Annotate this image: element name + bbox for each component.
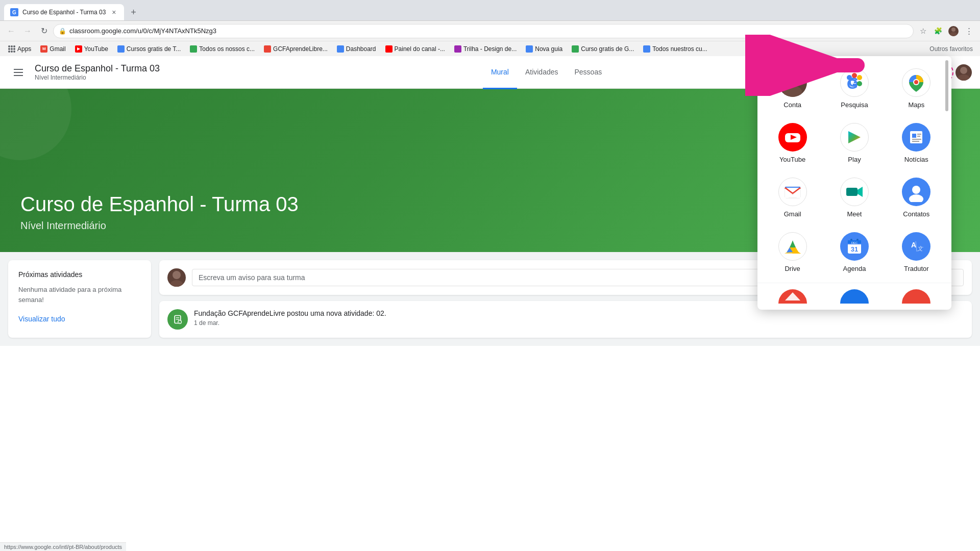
- bookmark-gcf[interactable]: GCFAprendeLibre...: [260, 44, 332, 54]
- post-icon: ✓: [167, 309, 188, 330]
- gmail-icon: [778, 178, 807, 206]
- app-item-conta[interactable]: Conta: [762, 60, 823, 115]
- tab-close-button[interactable]: ×: [110, 8, 118, 16]
- address-bar[interactable]: 🔒 classroom.google.com/u/0/c/MjY4NTAxNTk…: [53, 24, 914, 38]
- meet-label: Meet: [847, 210, 862, 218]
- app-item-contatos[interactable]: Contatos: [886, 169, 947, 224]
- app-item-maps[interactable]: Maps: [886, 60, 947, 115]
- header-navigation: Mural Atividades Pessoas: [483, 56, 610, 89]
- agenda-icon: 31 DEC: [840, 232, 869, 261]
- app-item-gmail[interactable]: Gmail: [762, 169, 823, 224]
- reload-button[interactable]: ↻: [37, 24, 51, 38]
- noticias-icon: [902, 123, 930, 152]
- lock-icon: 🔒: [59, 28, 66, 35]
- svg-point-16: [783, 86, 802, 97]
- svg-text:DEC: DEC: [851, 241, 858, 244]
- svg-point-15: [787, 72, 799, 85]
- more-options-button[interactable]: ⋮: [962, 24, 976, 38]
- forward-button[interactable]: →: [20, 24, 35, 38]
- nav-pessoas[interactable]: Pessoas: [567, 57, 610, 89]
- apps-grid: Conta G G Pesq: [757, 56, 951, 283]
- post-time: 1 de mar.: [194, 319, 964, 327]
- youtube-bookmark-label: YouTube: [84, 45, 108, 53]
- partial-icon-1: [778, 289, 807, 304]
- bookmark-apps[interactable]: Apps: [4, 44, 35, 54]
- browser-extension-button[interactable]: 🧩: [931, 24, 945, 38]
- drive-icon: [778, 232, 807, 261]
- post-content: Fundação GCFAprendeLivre postou uma nova…: [194, 309, 964, 330]
- bookmark-curso-g[interactable]: Curso gratis de G...: [568, 44, 638, 54]
- app-item-agenda[interactable]: 31 DEC Agenda: [823, 224, 885, 279]
- svg-rect-4: [14, 75, 23, 76]
- post-avatar: [167, 268, 186, 287]
- url-text: classroom.google.com/u/0/c/MjY4NTAxNTk5N…: [69, 27, 908, 35]
- app-item-youtube[interactable]: YouTube: [762, 115, 823, 169]
- svg-rect-29: [912, 134, 916, 138]
- dropdown-scrollbar[interactable]: [945, 56, 949, 310]
- app-item-meet[interactable]: Meet: [823, 169, 885, 224]
- drive-label: Drive: [785, 265, 800, 272]
- bookmark-nova[interactable]: Nova guia: [522, 44, 567, 54]
- bookmark-trilha[interactable]: Trilha - Design de...: [450, 44, 521, 54]
- activities-empty-text: Nenhuma atividade para a próxima semana!: [18, 285, 141, 305]
- todos2-bookmark-label: Todos nuestros cu...: [652, 45, 707, 53]
- gmail-bookmark-label: Gmail: [50, 45, 65, 53]
- app-item-partial-1[interactable]: [762, 283, 823, 308]
- pesquisa-label: Pesquisa: [841, 101, 868, 109]
- nova-bookmark-label: Nova guia: [535, 45, 562, 53]
- app-item-drive[interactable]: Drive: [762, 224, 823, 279]
- tab-favicon: G: [10, 8, 18, 16]
- noticias-label: Notícias: [904, 156, 928, 163]
- app-item-noticias[interactable]: Notícias: [886, 115, 947, 169]
- app-item-play[interactable]: Play: [823, 115, 885, 169]
- pesquisa-icon: G G: [840, 68, 869, 97]
- gcf-bookmark-label: GCFAprendeLibre...: [273, 45, 328, 53]
- user-avatar[interactable]: [955, 64, 972, 81]
- gmail-label: Gmail: [784, 210, 801, 218]
- svg-point-5: [960, 67, 967, 74]
- svg-point-25: [914, 80, 918, 84]
- bookmark-gmail[interactable]: M Gmail: [36, 44, 69, 54]
- svg-point-8: [170, 280, 183, 287]
- svg-text:31: 31: [851, 245, 858, 253]
- app-item-pesquisa[interactable]: G G Pesquisa: [823, 60, 885, 115]
- svg-text:G: G: [847, 76, 858, 92]
- svg-point-39: [909, 194, 923, 202]
- course-title: Curso de Espanhol - Turma 03: [35, 63, 160, 74]
- bookmark-youtube[interactable]: ▶ YouTube: [71, 44, 112, 54]
- bookmark-dashboard[interactable]: Dashboard: [333, 44, 380, 54]
- painel-bookmark-icon: [385, 45, 393, 53]
- trilha-bookmark-label: Trilha - Design de...: [463, 45, 517, 53]
- dashboard-bookmark-label: Dashboard: [346, 45, 376, 53]
- bookmark-star-button[interactable]: ☆: [916, 24, 930, 38]
- bookmark-todos[interactable]: Todos os nossos c...: [186, 44, 259, 54]
- others-favorites-button[interactable]: Outros favoritos: [926, 44, 976, 54]
- bookmark-cursos[interactable]: Cursos gratis de T...: [113, 44, 185, 54]
- back-button[interactable]: ←: [4, 24, 18, 38]
- bookmark-todos2[interactable]: Todos nuestros cu...: [639, 44, 711, 54]
- play-icon: [840, 123, 869, 152]
- bookmark-painel[interactable]: Painel do canal -...: [381, 44, 449, 54]
- svg-point-6: [958, 74, 970, 81]
- nav-atividades[interactable]: Atividades: [517, 57, 567, 89]
- contatos-icon: [902, 178, 930, 206]
- todos-bookmark-icon: [190, 45, 197, 53]
- meet-icon: [840, 178, 869, 206]
- hamburger-menu-button[interactable]: [8, 62, 29, 83]
- cursos-bookmark-label: Cursos gratis de T...: [127, 45, 181, 53]
- browser-tab[interactable]: G Curso de Espanhol - Turma 03 ×: [4, 4, 124, 20]
- view-all-button[interactable]: Visualizar tudo: [18, 315, 141, 323]
- profile-button[interactable]: [946, 24, 961, 38]
- svg-point-7: [173, 271, 181, 279]
- curso-g-bookmark-label: Curso gratis de G...: [581, 45, 634, 53]
- post-input-placeholder: Escreva um aviso para sua turma: [199, 273, 305, 282]
- app-item-partial-3[interactable]: [886, 283, 947, 308]
- apps-dropdown: Conta G G Pesq: [757, 56, 951, 310]
- app-item-tradutor[interactable]: A 文 Tradutor: [886, 224, 947, 279]
- app-item-partial-2[interactable]: [823, 283, 885, 308]
- apps-bookmark-label: Apps: [17, 45, 31, 53]
- curso-g-bookmark-icon: [572, 45, 579, 53]
- nav-mural[interactable]: Mural: [483, 57, 517, 89]
- apps-grid-partial: [757, 283, 951, 310]
- new-tab-button[interactable]: +: [126, 5, 140, 19]
